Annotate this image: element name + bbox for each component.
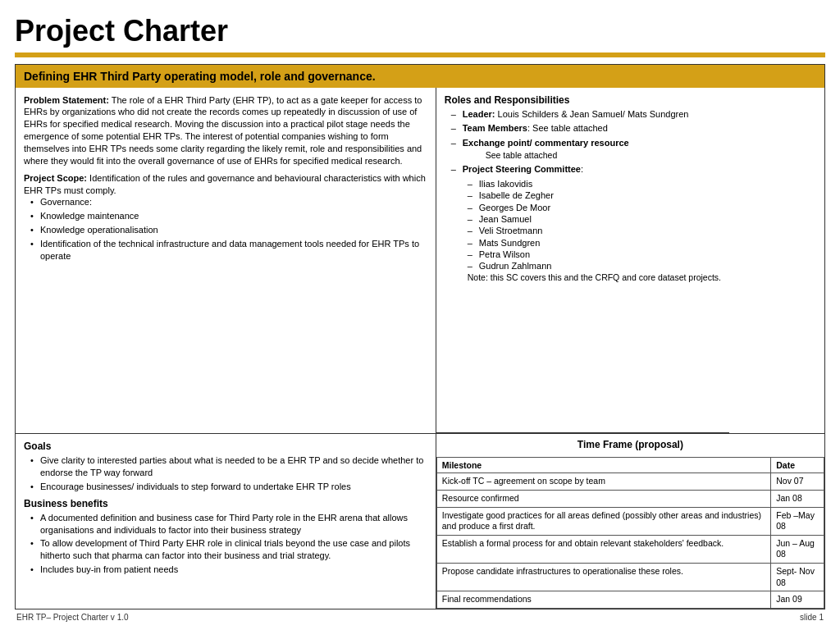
roles-list: Leader: Louis Schilders & Jean Samuel/ M… <box>445 108 721 176</box>
benefit-3: Includes buy-in from patient needs <box>30 564 427 576</box>
page: Project Charter Defining EHR Third Party… <box>0 0 840 630</box>
steering-note: Note: this SC covers this and the CRFQ a… <box>445 272 721 284</box>
benefit-1: A documented definition and business cas… <box>30 512 427 536</box>
see-table-exchange: See table attached <box>463 149 721 161</box>
milestone-2: Resource confirmed <box>436 490 771 507</box>
role-leader: Leader: Louis Schilders & Jean Samuel/ M… <box>451 108 721 121</box>
benefits-title: Business benefits <box>24 498 427 509</box>
role-steering-colon: : <box>581 164 583 174</box>
steering-member-6: Mats Sundgren <box>468 237 721 249</box>
table-row: Resource confirmed Jan 08 <box>436 490 824 507</box>
milestone-table: Milestone Date Kick-off TC – agreement o… <box>436 457 824 609</box>
problem-statement-label: Problem Statement: <box>24 95 109 105</box>
time-frame-section: Time Frame (proposal) Milestone Date Kic… <box>436 434 824 609</box>
benefits-list: A documented definition and business cas… <box>24 512 427 576</box>
page-title: Project Charter <box>15 15 825 48</box>
date-4: Jun – Aug 08 <box>771 535 824 563</box>
date-3: Feb –May 08 <box>771 507 824 535</box>
goals-title: Goals <box>24 441 427 452</box>
table-row: Propose candidate infrastructures to ope… <box>436 564 824 591</box>
milestone-6: Final recommendations <box>436 591 771 609</box>
bottom-left-section: Goals Give clarity to interested parties… <box>16 434 436 609</box>
role-team-label: Team Members <box>463 123 527 133</box>
date-5: Sept- Nov 08 <box>771 564 824 591</box>
milestone-3: Investigate good practices for all areas… <box>436 507 771 535</box>
left-top-section: Problem Statement: The role of a EHR Thi… <box>16 88 436 434</box>
role-steering-committee: Project Steering Committee: <box>451 163 721 176</box>
scope-bullet-4: Identification of the technical infrastr… <box>30 238 427 262</box>
bottom-area: Goals Give clarity to interested parties… <box>16 433 824 609</box>
roles-title: Roles and Responsibilities <box>445 94 721 106</box>
main-content-box: Defining EHR Third Party operating model… <box>15 64 825 609</box>
role-exchange-point: Exchange point/ commentary resource See … <box>451 137 721 161</box>
footer: EHR TP– Project Charter v 1.0 slide 1 <box>15 609 825 622</box>
scope-bullets: Governance: Knowledge maintenance Knowle… <box>24 196 427 262</box>
project-scope-block: Project Scope: Identification of the rul… <box>24 172 427 264</box>
milestone-4: Establish a formal process for and obtai… <box>436 535 771 563</box>
right-top-section: Roles and Responsibilities Leader: Louis… <box>436 88 729 434</box>
date-2: Jan 08 <box>771 490 824 507</box>
goal-2: Encourage businesses/ individuals to ste… <box>30 481 427 493</box>
date-6: Jan 09 <box>771 591 824 609</box>
date-1: Nov 07 <box>771 473 824 491</box>
table-row: Final recommendations Jan 09 <box>436 591 824 609</box>
problem-statement-text: The role of a EHR Third Party (EHR TP), … <box>24 95 422 166</box>
footer-right: slide 1 <box>800 613 824 622</box>
gold-bar <box>15 52 825 57</box>
top-content-area: Problem Statement: The role of a EHR Thi… <box>16 88 824 434</box>
steering-member-5: Veli Stroetmann <box>468 225 721 236</box>
table-row: Establish a formal process for and obtai… <box>436 535 824 563</box>
footer-left: EHR TP– Project Charter v 1.0 <box>16 613 129 622</box>
role-leader-label: Leader: <box>463 109 495 119</box>
steering-member-2: Isabelle de Zegher <box>468 189 721 201</box>
role-team-text: : See table attached <box>527 123 608 133</box>
role-leader-text: Louis Schilders & Jean Samuel/ Mats Sund… <box>495 109 688 119</box>
milestone-1: Kick-off TC – agreement on scope by team <box>436 473 771 491</box>
scope-bullet-1: Governance: <box>30 196 427 208</box>
benefit-2: To allow development of Third Party EHR … <box>30 537 427 562</box>
role-team-members: Team Members: See table attached <box>451 122 721 135</box>
steering-member-1: Ilias Iakovidis <box>468 178 721 189</box>
steering-member-4: Jean Samuel <box>468 213 721 225</box>
role-exchange-label: Exchange point/ commentary resource <box>463 138 629 148</box>
steering-members-list: Ilias Iakovidis Isabelle de Zegher Georg… <box>445 178 721 272</box>
time-frame-title: Time Frame (proposal) <box>436 434 824 454</box>
col-milestone: Milestone <box>436 458 771 473</box>
milestone-5: Propose candidate infrastructures to ope… <box>436 564 771 591</box>
goals-list: Give clarity to interested parties about… <box>24 454 427 493</box>
table-row: Investigate good practices for all areas… <box>436 507 824 535</box>
scope-bullet-3: Knowledge operationalisation <box>30 224 427 236</box>
role-steering-label: Project Steering Committee <box>463 164 581 174</box>
problem-statement-block: Problem Statement: The role of a EHR Thi… <box>24 94 427 167</box>
steering-member-7: Petra Wilson <box>468 249 721 260</box>
main-header: Defining EHR Third Party operating model… <box>16 65 824 88</box>
scope-bullet-2: Knowledge maintenance <box>30 210 427 222</box>
table-row: Kick-off TC – agreement on scope by team… <box>436 473 824 491</box>
col-date: Date <box>771 458 824 473</box>
steering-member-8: Gudrun Zahlmann <box>468 260 721 272</box>
project-scope-label: Project Scope: <box>24 173 87 183</box>
goal-1: Give clarity to interested parties about… <box>30 454 427 479</box>
steering-member-3: Georges De Moor <box>468 202 721 213</box>
